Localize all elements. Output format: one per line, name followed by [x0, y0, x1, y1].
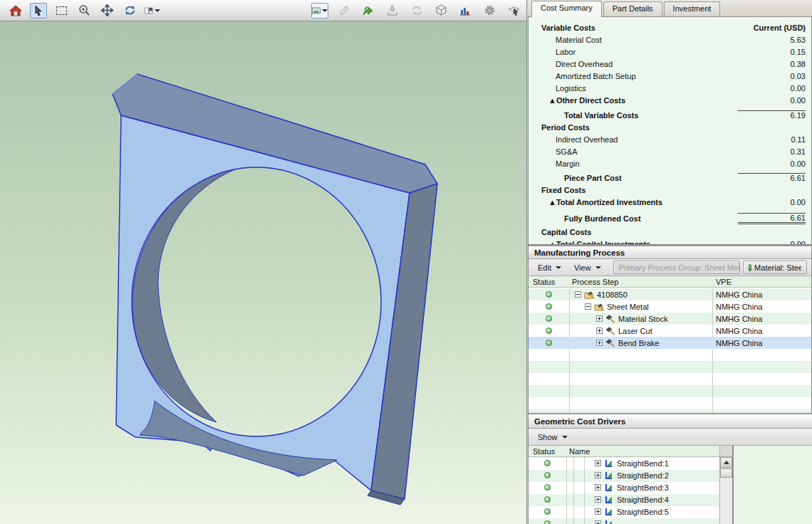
tree-guide: [573, 469, 574, 481]
main-toolbar: [0, 0, 527, 21]
gcd-row[interactable]: StraightBend:5: [529, 505, 719, 518]
select-part-icon[interactable]: [505, 3, 522, 19]
straight-bend-icon: [604, 483, 614, 492]
column-name[interactable]: Name: [566, 447, 590, 456]
fit-view-icon[interactable]: [98, 3, 115, 19]
straight-bend-icon: [604, 459, 614, 468]
status-ok-icon: [546, 328, 552, 334]
scroll-up-button[interactable]: [720, 457, 732, 468]
tree-guide: [584, 493, 585, 505]
cost-row-collapsible: ▲Other Direct Costs0.00: [529, 94, 811, 106]
status-ok-icon: [546, 340, 552, 346]
column-process-step[interactable]: Process Step: [569, 278, 712, 286]
tab-cost-summary[interactable]: Cost Summary: [531, 1, 602, 17]
expand-toggle[interactable]: [596, 315, 603, 322]
process-row[interactable]: Laser Cut NMHG China: [529, 325, 811, 337]
view-3d-cube-icon[interactable]: [432, 3, 449, 19]
gcd-table: Status Name StraightBend:1: [529, 446, 734, 524]
column-status[interactable]: Status: [529, 278, 569, 286]
tree-guide: [584, 457, 585, 469]
home-icon[interactable]: [7, 3, 24, 19]
cost-row: Amortized Batch Setup0.03: [529, 70, 811, 82]
cost-row: Margin0.00: [529, 157, 811, 169]
tree-guide: [573, 505, 574, 518]
cost-row: Variable CostsCurrent (USD): [529, 21, 811, 33]
gcd-table-header: Status Name: [529, 446, 721, 457]
scrollbar-thumb[interactable]: [720, 468, 732, 478]
gcd-row-partial[interactable]: [529, 518, 719, 524]
chevron-down-icon: [595, 266, 601, 269]
expand-toggle[interactable]: [595, 460, 601, 466]
manufacturing-process-panel: Manufacturing Process Edit View Primary …: [528, 245, 812, 414]
gcd-row[interactable]: StraightBend:2: [529, 469, 719, 481]
status-ok-icon: [544, 472, 551, 478]
view-menu-button[interactable]: View: [569, 261, 606, 274]
edit-pencil-icon[interactable]: [335, 3, 353, 19]
view-layout-icon[interactable]: [144, 3, 161, 19]
cost-row-total: Fully Burdened Cost6.61: [529, 212, 811, 224]
vpe-cell: NMHG China: [712, 315, 762, 323]
expand-toggle[interactable]: [595, 520, 601, 524]
gcd-row[interactable]: StraightBend:3: [529, 481, 719, 493]
status-ok-icon: [544, 460, 551, 466]
expand-toggle[interactable]: [595, 472, 601, 478]
cost-row: Indirect Overhead0.11: [529, 133, 811, 145]
show-menu-button[interactable]: Show: [533, 431, 573, 444]
column-vpe[interactable]: VPE: [712, 278, 732, 286]
cost-row: Labor0.15: [529, 46, 811, 58]
scrollbar-corner: [720, 446, 732, 457]
expand-toggle[interactable]: [595, 508, 601, 515]
gcd-row[interactable]: StraightBend:1: [529, 457, 719, 469]
refresh-icon[interactable]: [121, 3, 138, 19]
process-row-selected[interactable]: Bend Brake NMHG China: [529, 337, 811, 349]
process-row[interactable]: 4108850 NMHG China: [529, 288, 811, 300]
value-column-header: Current (USD): [738, 23, 806, 32]
expand-toggle[interactable]: [596, 328, 603, 334]
gcd-row[interactable]: StraightBend:4: [529, 493, 719, 505]
import-download-icon[interactable]: [384, 3, 401, 19]
capture-image-icon[interactable]: [311, 3, 328, 19]
expand-toggle[interactable]: [595, 484, 601, 491]
vertical-scrollbar[interactable]: [719, 446, 732, 524]
status-ok-icon: [544, 520, 551, 524]
marquee-rect: [56, 6, 67, 15]
tab-investment[interactable]: Investment: [664, 1, 721, 16]
3d-viewport[interactable]: [0, 21, 527, 524]
status-ok-icon: [544, 508, 551, 515]
panel-title: Manufacturing Process: [529, 245, 811, 259]
sheet-metal-part: [0, 21, 527, 524]
sync-icon[interactable]: [408, 3, 425, 19]
gcd-rows: StraightBend:1 StraightBend:2: [529, 457, 719, 524]
process-row[interactable]: Sheet Metal NMHG China: [529, 300, 811, 313]
edit-menu-button[interactable]: Edit: [533, 261, 566, 274]
column-status[interactable]: Status: [529, 447, 566, 456]
cost-row-total: Piece Part Cost6.61: [529, 172, 811, 184]
publish-icon[interactable]: [360, 3, 377, 19]
toolbar-left-group: [0, 3, 168, 19]
collapse-toggle[interactable]: [575, 291, 581, 298]
cost-row: Logistics0.00: [529, 82, 811, 94]
tab-part-details[interactable]: Part Details: [603, 1, 662, 16]
marquee-select-icon[interactable]: [53, 3, 70, 19]
cost-row-collapsible: ▲Total Amortized Investments0.00: [529, 196, 811, 208]
vpe-cell: NMHG China: [712, 339, 762, 347]
material-button[interactable]: Material: Steel- HR- 1: [743, 261, 807, 274]
cost-row-total: Total Variable Costs6.19: [529, 109, 811, 121]
right-panel: Cost Summary Part Details Investment Var…: [528, 0, 812, 524]
zoom-icon[interactable]: [76, 3, 93, 19]
straight-bend-icon: [604, 520, 614, 524]
straight-bend-icon: [604, 508, 614, 516]
status-ok-icon: [546, 303, 552, 310]
collapse-toggle[interactable]: [585, 303, 591, 310]
select-cursor-icon[interactable]: [30, 3, 47, 19]
panel-title: Geometric Cost Drivers: [529, 413, 812, 429]
process-row[interactable]: Material Stock NMHG China: [529, 313, 811, 325]
expand-toggle[interactable]: [595, 496, 601, 503]
chart-icon[interactable]: [457, 3, 474, 19]
expand-toggle[interactable]: [596, 340, 603, 346]
process-table-header: Status Process Step VPE: [529, 276, 811, 288]
process-group-folder-icon: [584, 290, 594, 299]
settings-gear-icon[interactable]: [481, 3, 498, 19]
material-status-icon: [749, 264, 751, 271]
straight-bend-icon: [604, 471, 614, 480]
